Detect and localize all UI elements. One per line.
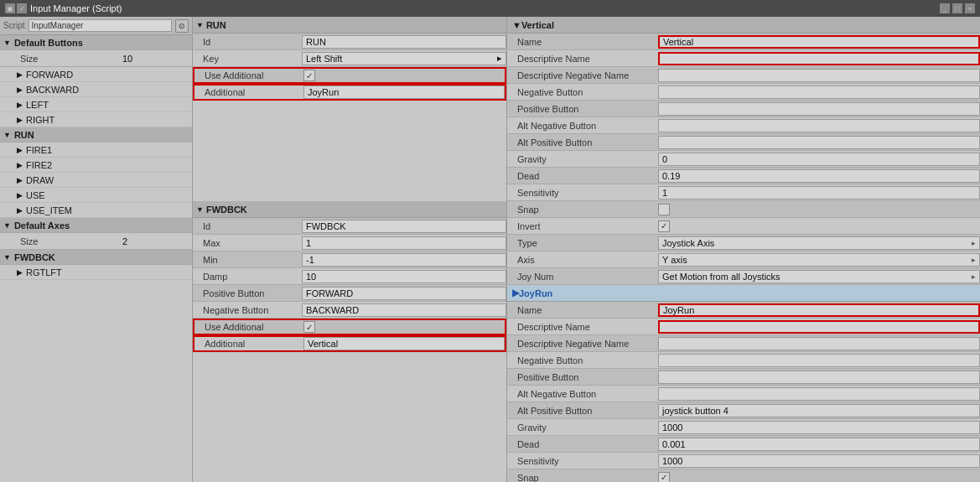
- tree-item-fire1[interactable]: ▶ FIRE1: [0, 143, 192, 158]
- v-snap-checkbox[interactable]: [658, 204, 670, 215]
- tree-item-use[interactable]: ▶ USE: [0, 188, 192, 203]
- size-value2: 2: [119, 235, 192, 248]
- arrow-icon: ▼: [3, 131, 11, 139]
- arrow-icon: ▼: [512, 20, 521, 30]
- max-value[interactable]: [302, 236, 506, 250]
- tree-header-fwdbck[interactable]: ▼ FWDBCK: [0, 250, 192, 265]
- tree-header-default-buttons[interactable]: ▼ Default Buttons: [0, 35, 192, 50]
- jr-descname-value[interactable]: [658, 320, 980, 334]
- jr-altposbutton-value[interactable]: [658, 404, 980, 417]
- run-key-row: Key Left Shift ▸: [193, 50, 506, 67]
- jr-sensitivity-value[interactable]: [658, 454, 980, 468]
- vertical-sensitivity-row: Sensitivity: [507, 184, 980, 201]
- v-axis-dropdown[interactable]: Y axis: [658, 253, 980, 267]
- joyrun-altposbutton-row: Alt Positive Button: [507, 402, 980, 419]
- jr-negbutton-value[interactable]: [658, 354, 980, 367]
- tree-item-use-item[interactable]: ▶ USE_ITEM: [0, 203, 192, 218]
- tree-item-backward[interactable]: ▶ BACKWARD: [0, 82, 192, 97]
- use-item-label: USE_ITEM: [26, 205, 72, 215]
- negbutton-value[interactable]: [302, 303, 506, 317]
- key-dropdown[interactable]: Left Shift ▸: [302, 52, 506, 65]
- minimize-icon[interactable]: _: [940, 3, 950, 13]
- id-value[interactable]: [302, 35, 506, 49]
- joyrun-negbutton-row: Negative Button: [507, 352, 980, 369]
- maximize-icon[interactable]: □: [952, 3, 962, 13]
- use-additional-checkbox[interactable]: [303, 70, 315, 81]
- min-value[interactable]: [302, 253, 506, 267]
- arrow-icon: ▶: [17, 206, 23, 215]
- arrow-icon: ▶: [17, 86, 23, 94]
- arrow-icon: ▶: [17, 70, 23, 79]
- jr-dead-value[interactable]: [658, 438, 980, 451]
- fwdbck-min-row: Min: [193, 251, 506, 268]
- v-posbutton-value[interactable]: [658, 102, 980, 116]
- fwdbck-section-header: ▼ FWDBCK: [193, 201, 506, 218]
- arrow-icon: ▶: [17, 101, 23, 109]
- fwdbck-id-label: Id: [193, 220, 302, 233]
- v-altposbutton-label: Alt Positive Button: [507, 136, 658, 149]
- v-gravity-label: Gravity: [507, 153, 658, 166]
- script-label: Script: [3, 21, 25, 30]
- vertical-type-row: Type Joystick Axis: [507, 235, 980, 251]
- size-row2: Size 2: [0, 233, 192, 250]
- jr-altnegbutton-value[interactable]: [658, 387, 980, 401]
- tree-item-draw[interactable]: ▶ DRAW: [0, 173, 192, 188]
- v-negbutton-value[interactable]: [658, 86, 980, 99]
- script-input[interactable]: [29, 19, 172, 32]
- jr-gravity-value[interactable]: [658, 421, 980, 434]
- tree-item-fire2[interactable]: ▶ FIRE2: [0, 158, 192, 173]
- v-descnegname-label: Descriptive Negative Name: [507, 69, 658, 82]
- v-joynum-dropdown[interactable]: Get Motion from all Joysticks: [658, 270, 980, 283]
- vertical-name-row: Name: [507, 34, 980, 50]
- size-row: Size 10: [0, 50, 192, 67]
- posbutton-value[interactable]: [302, 287, 506, 300]
- jr-snap-checkbox[interactable]: [658, 472, 670, 483]
- v-descname-value[interactable]: [658, 52, 980, 65]
- default-axes-label: Default Axes: [14, 220, 70, 231]
- v-type-dropdown[interactable]: Joystick Axis: [658, 236, 980, 250]
- v-invert-checkbox[interactable]: [658, 220, 670, 232]
- close-icon[interactable]: ×: [965, 3, 975, 13]
- v-descnegname-value[interactable]: [658, 69, 980, 82]
- fwdbck-id-value[interactable]: [302, 220, 506, 233]
- use-label: USE: [26, 190, 45, 200]
- v-altnegbutton-value[interactable]: [658, 119, 980, 132]
- tree-item-forward[interactable]: ▶ FORWARD: [0, 67, 192, 82]
- window-title: Input Manager (Script): [30, 3, 122, 13]
- v-sensitivity-value[interactable]: [658, 186, 980, 200]
- v-altposbutton-value[interactable]: [658, 136, 980, 149]
- arrow-icon: ▶: [17, 146, 23, 154]
- tree-item-right[interactable]: ▶ RIGHT: [0, 112, 192, 127]
- tree-header-run[interactable]: ▼ RUN: [0, 127, 192, 143]
- jr-sensitivity-label: Sensitivity: [507, 454, 658, 468]
- v-dead-value[interactable]: [658, 169, 980, 183]
- joyrun-descname-row: Descriptive Name: [507, 319, 980, 335]
- title-bar: ▣ ✓ Input Manager (Script) _ □ ×: [0, 0, 980, 17]
- vertical-altposbutton-row: Alt Positive Button: [507, 134, 980, 151]
- jr-descnegname-value[interactable]: [658, 337, 980, 350]
- jr-posbutton-value[interactable]: [658, 371, 980, 384]
- forward-label: FORWARD: [26, 70, 73, 80]
- left-label: LEFT: [26, 100, 49, 110]
- fwdbck-useadd-checkbox[interactable]: [303, 321, 315, 333]
- vertical-dead-row: Dead: [507, 168, 980, 184]
- script-select-btn[interactable]: ⊙: [175, 19, 189, 33]
- tree-header-default-axes[interactable]: ▼ Default Axes: [0, 218, 192, 233]
- damp-value[interactable]: [302, 270, 506, 283]
- jr-name-value[interactable]: [658, 303, 980, 317]
- tree-item-left[interactable]: ▶ LEFT: [0, 97, 192, 112]
- v-gravity-value[interactable]: [658, 153, 980, 166]
- jr-posbutton-label: Positive Button: [507, 371, 658, 384]
- tree-item-rgtlft[interactable]: ▶ RGTLFT: [0, 265, 192, 280]
- joyrun-posbutton-row: Positive Button: [507, 369, 980, 386]
- fwdbck-negbutton-row: Negative Button: [193, 302, 506, 319]
- additional-value[interactable]: [303, 86, 505, 99]
- run-id-row: Id: [193, 34, 506, 50]
- arrow-icon: ▼: [196, 21, 204, 29]
- arrow-icon: ▼: [196, 205, 204, 214]
- fwdbck-additional-value[interactable]: [303, 337, 505, 350]
- joyrun-snap-row: Snap: [507, 469, 980, 482]
- v-name-value[interactable]: [658, 35, 980, 49]
- rgtlft-label: RGTLFT: [26, 267, 62, 277]
- v-joynum-label: Joy Num: [507, 270, 658, 283]
